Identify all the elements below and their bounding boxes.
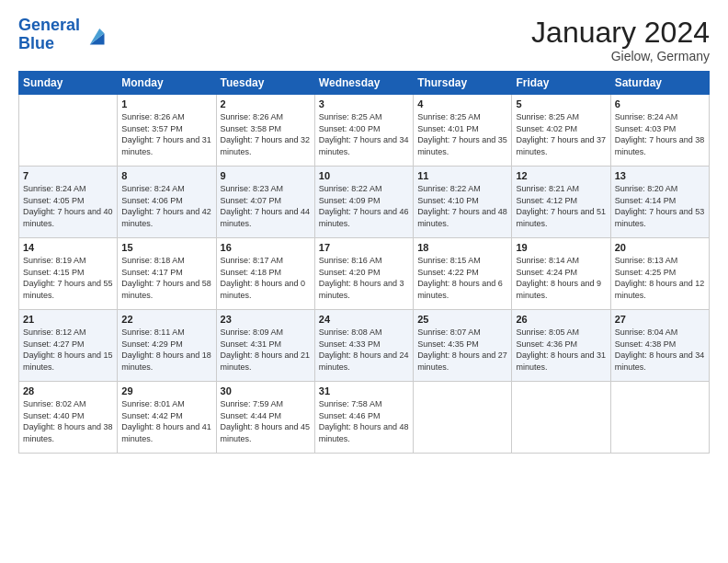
cell-content: Sunrise: 8:13 AMSunset: 4:25 PMDaylight:… bbox=[615, 255, 705, 301]
logo-text: General Blue bbox=[18, 17, 80, 53]
day-number: 21 bbox=[23, 314, 113, 325]
cell-4-5 bbox=[512, 382, 610, 454]
header: General Blue January 2024 Gielow, German… bbox=[18, 17, 710, 63]
header-tuesday: Tuesday bbox=[216, 72, 314, 95]
day-number: 14 bbox=[23, 242, 113, 253]
cell-4-2: 30Sunrise: 7:59 AMSunset: 4:44 PMDayligh… bbox=[216, 382, 314, 454]
day-number: 31 bbox=[319, 385, 409, 396]
cell-content: Sunrise: 8:18 AMSunset: 4:17 PMDaylight:… bbox=[121, 255, 211, 301]
cell-content: Sunrise: 8:17 AMSunset: 4:18 PMDaylight:… bbox=[221, 255, 311, 301]
logo-icon bbox=[82, 22, 108, 48]
day-number: 16 bbox=[221, 242, 311, 253]
cell-content: Sunrise: 8:24 AMSunset: 4:03 PMDaylight:… bbox=[615, 111, 705, 157]
cell-content: Sunrise: 8:15 AMSunset: 4:22 PMDaylight:… bbox=[417, 255, 507, 301]
day-number: 20 bbox=[615, 242, 705, 253]
cell-content: Sunrise: 8:07 AMSunset: 4:35 PMDaylight:… bbox=[417, 327, 507, 373]
cell-content: Sunrise: 8:21 AMSunset: 4:12 PMDaylight:… bbox=[516, 183, 606, 229]
week-row-0: 1Sunrise: 8:26 AMSunset: 3:57 PMDaylight… bbox=[19, 95, 710, 167]
cell-3-4: 25Sunrise: 8:07 AMSunset: 4:35 PMDayligh… bbox=[414, 310, 512, 382]
cell-1-1: 8Sunrise: 8:24 AMSunset: 4:06 PMDaylight… bbox=[118, 167, 216, 238]
header-saturday: Saturday bbox=[610, 72, 709, 95]
cell-content: Sunrise: 7:59 AMSunset: 4:44 PMDaylight:… bbox=[221, 398, 311, 444]
header-sunday: Sunday bbox=[19, 72, 118, 95]
day-number: 8 bbox=[121, 170, 211, 181]
cell-0-3: 3Sunrise: 8:25 AMSunset: 4:00 PMDaylight… bbox=[314, 95, 413, 167]
cell-0-5: 5Sunrise: 8:25 AMSunset: 4:02 PMDaylight… bbox=[512, 95, 610, 167]
day-number: 17 bbox=[319, 242, 409, 253]
day-number: 26 bbox=[516, 314, 606, 325]
cell-2-5: 19Sunrise: 8:14 AMSunset: 4:24 PMDayligh… bbox=[512, 238, 610, 310]
month-title: January 2024 bbox=[531, 17, 710, 49]
cell-content: Sunrise: 8:23 AMSunset: 4:07 PMDaylight:… bbox=[221, 183, 311, 229]
cell-1-2: 9Sunrise: 8:23 AMSunset: 4:07 PMDaylight… bbox=[216, 167, 314, 238]
cell-3-6: 27Sunrise: 8:04 AMSunset: 4:38 PMDayligh… bbox=[610, 310, 709, 382]
week-row-3: 21Sunrise: 8:12 AMSunset: 4:27 PMDayligh… bbox=[19, 310, 710, 382]
day-number: 19 bbox=[516, 242, 606, 253]
day-number: 18 bbox=[417, 242, 507, 253]
day-number: 28 bbox=[23, 385, 113, 396]
cell-content: Sunrise: 8:11 AMSunset: 4:29 PMDaylight:… bbox=[121, 327, 211, 373]
cell-content: Sunrise: 7:58 AMSunset: 4:46 PMDaylight:… bbox=[319, 398, 409, 444]
cell-2-2: 16Sunrise: 8:17 AMSunset: 4:18 PMDayligh… bbox=[216, 238, 314, 310]
header-monday: Monday bbox=[118, 72, 216, 95]
cell-2-6: 20Sunrise: 8:13 AMSunset: 4:25 PMDayligh… bbox=[610, 238, 709, 310]
cell-0-4: 4Sunrise: 8:25 AMSunset: 4:01 PMDaylight… bbox=[414, 95, 512, 167]
cell-content: Sunrise: 8:02 AMSunset: 4:40 PMDaylight:… bbox=[23, 398, 113, 444]
cell-content: Sunrise: 8:16 AMSunset: 4:20 PMDaylight:… bbox=[319, 255, 409, 301]
page: General Blue January 2024 Gielow, German… bbox=[0, 0, 728, 563]
week-row-4: 28Sunrise: 8:02 AMSunset: 4:40 PMDayligh… bbox=[19, 382, 710, 454]
header-wednesday: Wednesday bbox=[314, 72, 413, 95]
cell-4-1: 29Sunrise: 8:01 AMSunset: 4:42 PMDayligh… bbox=[118, 382, 216, 454]
cell-content: Sunrise: 8:25 AMSunset: 4:01 PMDaylight:… bbox=[417, 111, 507, 157]
cell-2-4: 18Sunrise: 8:15 AMSunset: 4:22 PMDayligh… bbox=[414, 238, 512, 310]
cell-3-5: 26Sunrise: 8:05 AMSunset: 4:36 PMDayligh… bbox=[512, 310, 610, 382]
cell-3-1: 22Sunrise: 8:11 AMSunset: 4:29 PMDayligh… bbox=[118, 310, 216, 382]
day-number: 22 bbox=[121, 314, 211, 325]
cell-2-1: 15Sunrise: 8:18 AMSunset: 4:17 PMDayligh… bbox=[118, 238, 216, 310]
cell-content: Sunrise: 8:20 AMSunset: 4:14 PMDaylight:… bbox=[615, 183, 705, 229]
day-number: 10 bbox=[319, 170, 409, 181]
week-row-2: 14Sunrise: 8:19 AMSunset: 4:15 PMDayligh… bbox=[19, 238, 710, 310]
cell-content: Sunrise: 8:24 AMSunset: 4:05 PMDaylight:… bbox=[23, 183, 113, 229]
cell-1-0: 7Sunrise: 8:24 AMSunset: 4:05 PMDaylight… bbox=[19, 167, 118, 238]
day-number: 24 bbox=[319, 314, 409, 325]
cell-0-1: 1Sunrise: 8:26 AMSunset: 3:57 PMDaylight… bbox=[118, 95, 216, 167]
day-number: 2 bbox=[221, 98, 311, 109]
day-number: 25 bbox=[417, 314, 507, 325]
cell-0-2: 2Sunrise: 8:26 AMSunset: 3:58 PMDaylight… bbox=[216, 95, 314, 167]
cell-3-2: 23Sunrise: 8:09 AMSunset: 4:31 PMDayligh… bbox=[216, 310, 314, 382]
day-number: 29 bbox=[121, 385, 211, 396]
title-block: January 2024 Gielow, Germany bbox=[531, 17, 710, 63]
cell-content: Sunrise: 8:08 AMSunset: 4:33 PMDaylight:… bbox=[319, 327, 409, 373]
cell-content: Sunrise: 8:26 AMSunset: 3:57 PMDaylight:… bbox=[121, 111, 211, 157]
day-number: 6 bbox=[615, 98, 705, 109]
header-row: Sunday Monday Tuesday Wednesday Thursday… bbox=[19, 72, 710, 95]
cell-4-6 bbox=[610, 382, 709, 454]
day-number: 23 bbox=[221, 314, 311, 325]
cell-1-5: 12Sunrise: 8:21 AMSunset: 4:12 PMDayligh… bbox=[512, 167, 610, 238]
cell-content: Sunrise: 8:19 AMSunset: 4:15 PMDaylight:… bbox=[23, 255, 113, 301]
day-number: 11 bbox=[417, 170, 507, 181]
cell-3-0: 21Sunrise: 8:12 AMSunset: 4:27 PMDayligh… bbox=[19, 310, 118, 382]
logo-line1: General bbox=[18, 16, 80, 34]
logo: General Blue bbox=[18, 17, 108, 53]
day-number: 4 bbox=[417, 98, 507, 109]
cell-content: Sunrise: 8:04 AMSunset: 4:38 PMDaylight:… bbox=[615, 327, 705, 373]
calendar-table: Sunday Monday Tuesday Wednesday Thursday… bbox=[18, 71, 710, 454]
cell-content: Sunrise: 8:01 AMSunset: 4:42 PMDaylight:… bbox=[121, 398, 211, 444]
day-number: 13 bbox=[615, 170, 705, 181]
header-friday: Friday bbox=[512, 72, 610, 95]
logo-line2: Blue bbox=[18, 34, 54, 52]
cell-0-0 bbox=[19, 95, 118, 167]
cell-0-6: 6Sunrise: 8:24 AMSunset: 4:03 PMDaylight… bbox=[610, 95, 709, 167]
location: Gielow, Germany bbox=[531, 49, 710, 63]
cell-2-0: 14Sunrise: 8:19 AMSunset: 4:15 PMDayligh… bbox=[19, 238, 118, 310]
cell-content: Sunrise: 8:22 AMSunset: 4:09 PMDaylight:… bbox=[319, 183, 409, 229]
week-row-1: 7Sunrise: 8:24 AMSunset: 4:05 PMDaylight… bbox=[19, 167, 710, 238]
day-number: 5 bbox=[516, 98, 606, 109]
day-number: 30 bbox=[221, 385, 311, 396]
cell-3-3: 24Sunrise: 8:08 AMSunset: 4:33 PMDayligh… bbox=[314, 310, 413, 382]
cell-1-6: 13Sunrise: 8:20 AMSunset: 4:14 PMDayligh… bbox=[610, 167, 709, 238]
cell-content: Sunrise: 8:25 AMSunset: 4:00 PMDaylight:… bbox=[319, 111, 409, 157]
day-number: 9 bbox=[221, 170, 311, 181]
